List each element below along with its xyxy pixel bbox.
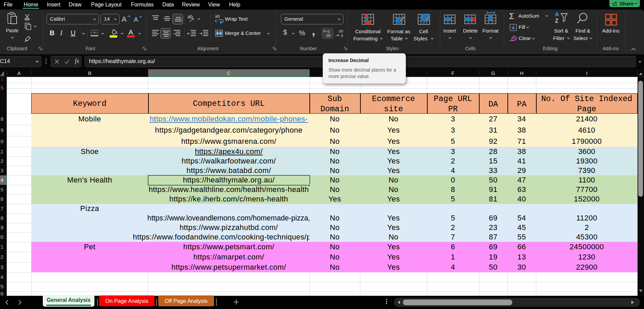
- svg-text:.00: .00: [325, 34, 330, 38]
- svg-text:0: 0: [327, 30, 329, 34]
